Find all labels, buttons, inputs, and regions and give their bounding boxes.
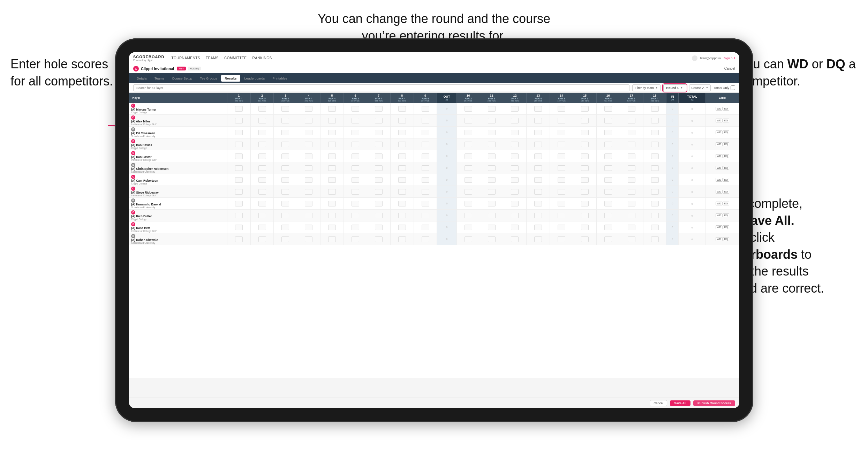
hole-3-input[interactable]	[274, 233, 297, 245]
hole-4-input[interactable]	[297, 198, 320, 210]
nav-rankings[interactable]: RANKINGS	[252, 56, 272, 60]
score-input-17[interactable]	[628, 142, 635, 147]
hole-11-input[interactable]	[480, 127, 503, 138]
score-input-8[interactable]	[398, 189, 406, 195]
score-input-6[interactable]	[352, 106, 359, 112]
hole-17-input[interactable]	[620, 150, 643, 162]
score-input-17[interactable]	[628, 130, 635, 135]
hole-2-input[interactable]	[250, 138, 274, 150]
hole-9-input[interactable]	[414, 127, 437, 138]
hole-12-input[interactable]	[503, 210, 527, 221]
filter-team-select[interactable]: Filter by team ▼	[632, 84, 660, 91]
hole-8-input[interactable]	[390, 233, 414, 245]
hole-18-input[interactable]	[643, 127, 666, 138]
hole-5-input[interactable]	[320, 103, 344, 115]
score-input-16[interactable]	[604, 225, 612, 230]
score-input-17[interactable]	[628, 236, 635, 242]
dq-button[interactable]: DQ	[723, 178, 730, 182]
cancel-link[interactable]: Cancel	[724, 67, 735, 70]
tab-printables[interactable]: Printables	[269, 75, 290, 82]
score-input-11[interactable]	[488, 189, 496, 195]
score-input-11[interactable]	[488, 177, 496, 183]
hole-13-input[interactable]	[527, 150, 550, 162]
hole-18-input[interactable]	[643, 233, 666, 245]
hole-8-input[interactable]	[390, 186, 414, 198]
course-select[interactable]: Course A ▼	[689, 84, 711, 91]
hole-12-input[interactable]	[503, 174, 527, 186]
score-input-9[interactable]	[422, 165, 429, 171]
score-input-14[interactable]	[558, 142, 565, 147]
score-input-7[interactable]	[375, 177, 383, 183]
score-input-16[interactable]	[604, 201, 612, 206]
score-input-8[interactable]	[398, 236, 406, 242]
score-input-15[interactable]	[581, 236, 589, 242]
hole-6-input[interactable]	[344, 210, 367, 221]
hole-3-input[interactable]	[274, 115, 297, 127]
score-input-4[interactable]	[305, 189, 312, 195]
score-input-9[interactable]	[422, 106, 429, 112]
tab-teams[interactable]: Teams	[151, 75, 168, 82]
cancel-button[interactable]: Cancel	[650, 400, 667, 406]
hole-12-input[interactable]	[503, 186, 527, 198]
hole-8-input[interactable]	[390, 103, 414, 115]
score-input-7[interactable]	[375, 106, 383, 112]
score-input-13[interactable]	[534, 189, 542, 195]
score-input-6[interactable]	[352, 213, 359, 218]
hole-4-input[interactable]	[297, 233, 320, 245]
score-input-1[interactable]	[235, 225, 243, 230]
score-input-2[interactable]	[258, 106, 266, 112]
score-input-1[interactable]	[235, 130, 243, 135]
hole-13-input[interactable]	[527, 198, 550, 210]
hole-6-input[interactable]	[344, 162, 367, 174]
score-input-15[interactable]	[581, 106, 589, 112]
hole-14-input[interactable]	[550, 127, 573, 138]
score-input-9[interactable]	[422, 130, 429, 135]
score-input-15[interactable]	[581, 142, 589, 147]
score-input-18[interactable]	[651, 213, 659, 218]
hole-15-input[interactable]	[573, 150, 597, 162]
wd-button[interactable]: WD	[716, 202, 723, 205]
hole-1-input[interactable]	[227, 174, 250, 186]
score-input-1[interactable]	[235, 153, 243, 159]
hole-16-input[interactable]	[596, 127, 620, 138]
score-input-7[interactable]	[375, 130, 383, 135]
hole-10-input[interactable]	[456, 115, 480, 127]
hole-6-input[interactable]	[344, 127, 367, 138]
hole-1-input[interactable]	[227, 138, 250, 150]
hole-18-input[interactable]	[643, 174, 666, 186]
score-input-12[interactable]	[511, 106, 519, 112]
score-input-16[interactable]	[604, 213, 612, 218]
hole-2-input[interactable]	[250, 150, 274, 162]
round-select[interactable]: Round 1 ▼	[663, 84, 686, 91]
hole-3-input[interactable]	[274, 127, 297, 138]
score-input-13[interactable]	[534, 177, 542, 183]
score-input-18[interactable]	[651, 165, 659, 171]
hole-11-input[interactable]	[480, 150, 503, 162]
score-input-14[interactable]	[558, 165, 565, 171]
hole-7-input[interactable]	[367, 127, 390, 138]
hole-7-input[interactable]	[367, 198, 390, 210]
hole-8-input[interactable]	[390, 127, 414, 138]
hole-13-input[interactable]	[527, 138, 550, 150]
hole-17-input[interactable]	[620, 221, 643, 233]
hole-12-input[interactable]	[503, 150, 527, 162]
hole-11-input[interactable]	[480, 233, 503, 245]
hole-9-input[interactable]	[414, 103, 437, 115]
score-input-6[interactable]	[352, 142, 359, 147]
score-input-9[interactable]	[422, 142, 429, 147]
score-input-9[interactable]	[422, 118, 429, 123]
hole-10-input[interactable]	[456, 162, 480, 174]
score-input-6[interactable]	[352, 130, 359, 135]
dq-button[interactable]: DQ	[723, 225, 730, 229]
score-input-9[interactable]	[422, 189, 429, 195]
hole-2-input[interactable]	[250, 115, 274, 127]
score-input-18[interactable]	[651, 153, 659, 159]
score-input-9[interactable]	[422, 153, 429, 159]
score-input-13[interactable]	[534, 165, 542, 171]
score-input-4[interactable]	[305, 213, 312, 218]
hole-13-input[interactable]	[527, 186, 550, 198]
hole-9-input[interactable]	[414, 221, 437, 233]
score-input-1[interactable]	[235, 213, 243, 218]
score-input-16[interactable]	[604, 118, 612, 123]
score-input-6[interactable]	[352, 177, 359, 183]
